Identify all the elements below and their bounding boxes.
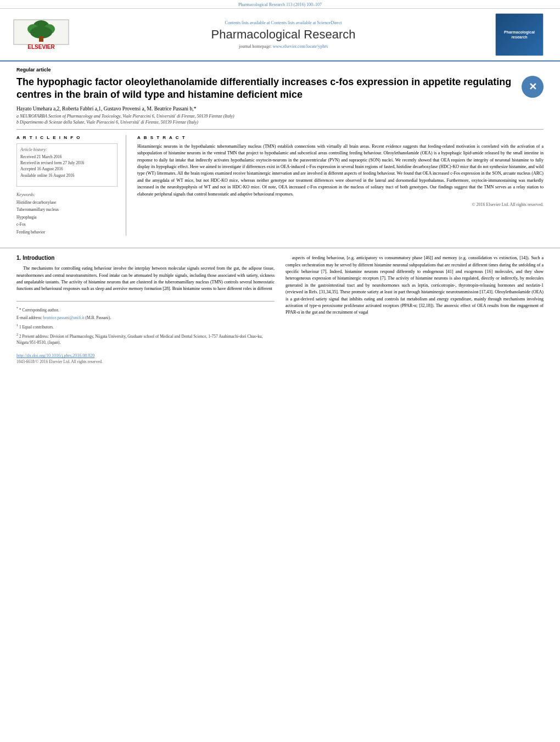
article-type: Regular article — [16, 67, 544, 72]
footnote-1-text: 1 Equal contributors. — [19, 325, 54, 330]
keywords-label: Keywords: — [16, 192, 117, 197]
received-revised-date: Received in revised form 27 July 2016 — [20, 160, 114, 166]
abstract-text: Histaminergic neurons in the hypothalami… — [137, 143, 544, 198]
svg-rect-5 — [39, 36, 43, 42]
homepage-label: journal homepage: — [239, 44, 272, 49]
pharm-logo-text: Pharmacologicalresearch — [504, 30, 535, 40]
footnote-email: E-mail address: beatrice.passani@unifi.i… — [16, 315, 275, 321]
footnote-2: 2 2 Present address: Division of Pharmac… — [16, 332, 275, 347]
elsevier-logo-svg: ELSEVIER — [11, 17, 71, 53]
journal-header: ELSEVIER Contents lists available at Con… — [0, 9, 560, 62]
issn-line: 1043-6618/© 2016 Elsevier Ltd. All right… — [0, 359, 560, 364]
footnote-email-label: E-mail address: — [16, 315, 42, 320]
doi-link[interactable]: http://dx.doi.org/10.1016/j.phrs.2016.08… — [16, 353, 94, 358]
article-info-column: A R T I C L E I N F O Article history: R… — [16, 135, 126, 236]
journal-title: Pharmacological Research — [82, 27, 484, 42]
intro-paragraph-1: The mechanisms for controlling eating be… — [16, 265, 275, 293]
sciencedirect-text: Contents lists available at Contents lis… — [82, 20, 484, 25]
homepage-url[interactable]: www.elsevier.com/locate/yphrs — [273, 44, 328, 49]
history-label: Article history: — [20, 147, 114, 152]
article-content: Regular article The hypophagic factor ol… — [0, 62, 560, 241]
journal-reference-bar: Pharmacological Research 113 (2016) 100–… — [0, 0, 560, 9]
footnote-corresponding: * * Corresponding author. — [16, 306, 275, 314]
journal-reference-text: Pharmacological Research 113 (2016) 100–… — [238, 2, 322, 7]
affiliation-b: b Dipartimento di Scienze della Salute, … — [16, 120, 544, 125]
received-date: Received 21 March 2016 — [20, 154, 114, 160]
available-date: Available online 16 August 2016 — [20, 172, 114, 178]
footnote-star: * — [16, 306, 18, 310]
elsevier-logo: ELSEVIER — [11, 17, 71, 53]
footnote-email-address[interactable]: beatrice.passani@unifi.it — [43, 315, 85, 320]
keyword-5: Feeding behavior — [16, 228, 117, 236]
footnote-corresponding-text: * Corresponding author. — [19, 307, 59, 312]
accepted-date: Accepted 16 August 2016 — [20, 166, 114, 172]
doi-line: http://dx.doi.org/10.1016/j.phrs.2016.08… — [0, 353, 560, 358]
affiliation-a: a NEUROFARBA Section of Pharmacology and… — [16, 114, 544, 119]
keyword-1: Histidine decarboxylase — [16, 199, 117, 207]
body-left-column: 1. Introduction The mechanisms for contr… — [16, 255, 275, 348]
intro-right-text: aspects of feeding behaviour, [e.g. anti… — [285, 255, 544, 316]
intro-paragraph-2: aspects of feeding behaviour, [e.g. anti… — [285, 255, 544, 316]
footnote-2-text: 2 Present address: Division of Pharmacol… — [16, 333, 263, 345]
footnote-2-sup: 2 — [16, 333, 18, 336]
sciencedirect-link-text[interactable]: Contents lists available at ScienceDirec… — [271, 20, 342, 25]
keyword-2: Tuberomamillary nucleus — [16, 206, 117, 214]
article-info-label: A R T I C L E I N F O — [16, 135, 117, 140]
authors: Hayato Umehara a,2, Roberta Fabbri a,1, … — [16, 106, 544, 111]
footnote-1: 1 1 Equal contributors. — [16, 323, 275, 331]
journal-homepage: journal homepage: www.elsevier.com/locat… — [82, 44, 484, 49]
article-info-abstract: A R T I C L E I N F O Article history: R… — [16, 129, 544, 236]
abstract-column: A B S T R A C T Histaminergic neurons in… — [137, 135, 544, 236]
body-two-column: 1. Introduction The mechanisms for contr… — [0, 255, 560, 348]
footnote-1-sup: 1 — [16, 323, 18, 327]
keyword-4: c-Fos — [16, 221, 117, 228]
intro-section-title: Introduction — [23, 255, 54, 261]
journal-header-center: Contents lists available at Contents lis… — [71, 20, 495, 49]
abstract-label: A B S T R A C T — [137, 135, 544, 140]
keyword-3: Hypophagia — [16, 214, 117, 221]
footnotes: * * Corresponding author. E-mail address… — [16, 301, 275, 347]
article-main-header: The hypophagic factor oleoylethanolamide… — [16, 76, 544, 102]
section-divider — [0, 248, 560, 248]
copyright: © 2016 Elsevier Ltd. All rights reserved… — [137, 202, 544, 207]
svg-text:ELSEVIER: ELSEVIER — [27, 44, 55, 50]
keywords: Histidine decarboxylase Tuberomamillary … — [16, 199, 117, 236]
intro-section-number: 1. — [16, 255, 21, 261]
body-right-column: aspects of feeding behaviour, [e.g. anti… — [285, 255, 544, 348]
footnote-email-person: (M.B. Passani). — [85, 315, 111, 320]
page-wrapper: Pharmacological Research 113 (2016) 100–… — [0, 0, 560, 742]
intro-body-text: The mechanisms for controlling eating be… — [16, 265, 275, 293]
crossmark-logo: ✕ — [522, 76, 544, 98]
article-title: The hypophagic factor oleoylethanolamide… — [16, 76, 522, 102]
authors-text: Hayato Umehara a,2, Roberta Fabbri a,1, … — [16, 106, 196, 111]
article-history: Received 21 March 2016 Received in revis… — [20, 154, 114, 178]
article-history-box: Article history: Received 21 March 2016 … — [16, 143, 117, 187]
pharmacological-research-logo: Pharmacologicalresearch — [495, 13, 544, 56]
affiliations: a NEUROFARBA Section of Pharmacology and… — [16, 114, 544, 125]
intro-heading: 1. Introduction — [16, 255, 275, 261]
